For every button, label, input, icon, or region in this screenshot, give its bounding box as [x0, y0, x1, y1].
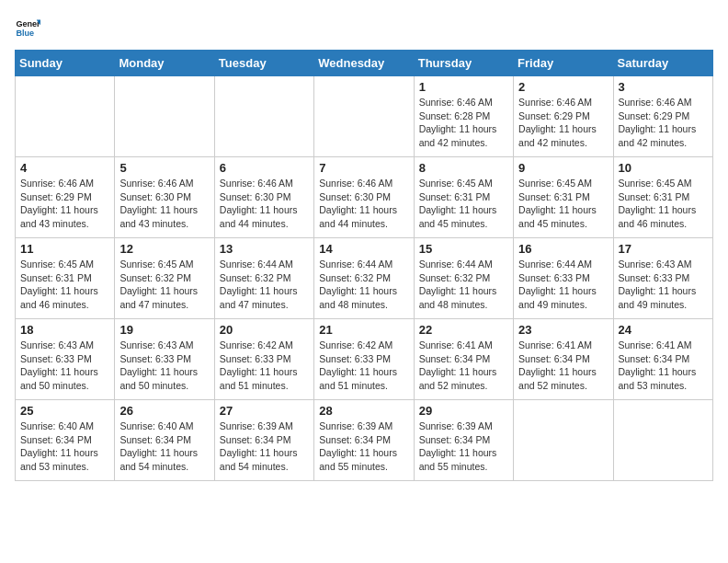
day-info: Sunrise: 6:39 AM Sunset: 6:34 PM Dayligh… — [319, 419, 408, 474]
day-number: 19 — [119, 323, 209, 337]
calendar-cell: 17Sunrise: 6:43 AM Sunset: 6:33 PM Dayli… — [613, 238, 712, 319]
calendar-cell: 2Sunrise: 6:46 AM Sunset: 6:29 PM Daylig… — [514, 76, 613, 157]
day-number: 11 — [20, 242, 109, 256]
day-number: 20 — [220, 323, 309, 337]
logo: General Blue — [15, 15, 44, 40]
calendar-cell: 12Sunrise: 6:45 AM Sunset: 6:32 PM Dayli… — [115, 238, 214, 319]
day-number: 24 — [619, 323, 708, 337]
page-header: General Blue — [15, 15, 713, 40]
day-info: Sunrise: 6:45 AM Sunset: 6:31 PM Dayligh… — [518, 177, 608, 231]
calendar-cell: 5Sunrise: 6:46 AM Sunset: 6:30 PM Daylig… — [115, 157, 214, 238]
calendar-table: SundayMondayTuesdayWednesdayThursdayFrid… — [15, 50, 713, 481]
day-number: 17 — [619, 242, 708, 256]
day-info: Sunrise: 6:46 AM Sunset: 6:29 PM Dayligh… — [619, 96, 708, 150]
day-number: 10 — [619, 161, 708, 175]
calendar-cell: 6Sunrise: 6:46 AM Sunset: 6:30 PM Daylig… — [214, 157, 313, 238]
day-info: Sunrise: 6:44 AM Sunset: 6:32 PM Dayligh… — [419, 258, 508, 312]
day-info: Sunrise: 6:44 AM Sunset: 6:32 PM Dayligh… — [319, 258, 408, 312]
calendar-cell: 19Sunrise: 6:43 AM Sunset: 6:33 PM Dayli… — [115, 319, 214, 400]
logo-icon: General Blue — [15, 15, 40, 40]
day-info: Sunrise: 6:40 AM Sunset: 6:34 PM Dayligh… — [119, 419, 209, 474]
calendar-cell: 24Sunrise: 6:41 AM Sunset: 6:34 PM Dayli… — [613, 319, 712, 400]
calendar-body: 1Sunrise: 6:46 AM Sunset: 6:28 PM Daylig… — [16, 76, 713, 481]
calendar-cell: 14Sunrise: 6:44 AM Sunset: 6:32 PM Dayli… — [314, 238, 414, 319]
calendar-cell: 16Sunrise: 6:44 AM Sunset: 6:33 PM Dayli… — [514, 238, 613, 319]
calendar-cell: 26Sunrise: 6:40 AM Sunset: 6:34 PM Dayli… — [115, 400, 214, 481]
day-info: Sunrise: 6:41 AM Sunset: 6:34 PM Dayligh… — [518, 339, 608, 393]
day-number: 28 — [319, 404, 408, 418]
day-number: 21 — [319, 323, 408, 337]
calendar-cell: 27Sunrise: 6:39 AM Sunset: 6:34 PM Dayli… — [214, 400, 313, 481]
day-info: Sunrise: 6:45 AM Sunset: 6:31 PM Dayligh… — [20, 258, 109, 312]
day-number: 1 — [419, 80, 508, 94]
day-info: Sunrise: 6:45 AM Sunset: 6:32 PM Dayligh… — [119, 258, 209, 312]
weekday-header-saturday: Saturday — [613, 51, 712, 76]
day-number: 16 — [518, 242, 608, 256]
day-number: 14 — [319, 242, 408, 256]
day-number: 6 — [220, 161, 309, 175]
day-info: Sunrise: 6:42 AM Sunset: 6:33 PM Dayligh… — [319, 339, 408, 393]
calendar-cell: 28Sunrise: 6:39 AM Sunset: 6:34 PM Dayli… — [314, 400, 414, 481]
day-number: 4 — [20, 161, 109, 175]
day-info: Sunrise: 6:46 AM Sunset: 6:30 PM Dayligh… — [119, 177, 209, 231]
calendar-cell: 18Sunrise: 6:43 AM Sunset: 6:33 PM Dayli… — [16, 319, 115, 400]
day-number: 23 — [518, 323, 608, 337]
weekday-header-tuesday: Tuesday — [214, 51, 313, 76]
day-number: 5 — [119, 161, 209, 175]
day-info: Sunrise: 6:39 AM Sunset: 6:34 PM Dayligh… — [419, 419, 508, 474]
calendar-cell: 10Sunrise: 6:45 AM Sunset: 6:31 PM Dayli… — [613, 157, 712, 238]
svg-text:General: General — [16, 19, 40, 29]
day-info: Sunrise: 6:44 AM Sunset: 6:32 PM Dayligh… — [220, 258, 309, 312]
calendar-cell — [115, 76, 214, 157]
calendar-cell: 20Sunrise: 6:42 AM Sunset: 6:33 PM Dayli… — [214, 319, 313, 400]
calendar-cell: 22Sunrise: 6:41 AM Sunset: 6:34 PM Dayli… — [414, 319, 513, 400]
day-info: Sunrise: 6:46 AM Sunset: 6:29 PM Dayligh… — [20, 177, 109, 231]
day-info: Sunrise: 6:46 AM Sunset: 6:28 PM Dayligh… — [419, 96, 508, 150]
weekday-header-sunday: Sunday — [16, 51, 115, 76]
day-info: Sunrise: 6:41 AM Sunset: 6:34 PM Dayligh… — [619, 339, 708, 393]
weekday-header-friday: Friday — [514, 51, 613, 76]
day-number: 12 — [119, 242, 209, 256]
calendar-cell: 21Sunrise: 6:42 AM Sunset: 6:33 PM Dayli… — [314, 319, 414, 400]
day-number: 8 — [419, 161, 508, 175]
calendar-cell: 8Sunrise: 6:45 AM Sunset: 6:31 PM Daylig… — [414, 157, 513, 238]
calendar-cell — [514, 400, 613, 481]
day-number: 13 — [220, 242, 309, 256]
calendar-cell: 11Sunrise: 6:45 AM Sunset: 6:31 PM Dayli… — [16, 238, 115, 319]
weekday-header-wednesday: Wednesday — [314, 51, 414, 76]
day-info: Sunrise: 6:39 AM Sunset: 6:34 PM Dayligh… — [220, 419, 309, 474]
day-info: Sunrise: 6:45 AM Sunset: 6:31 PM Dayligh… — [419, 177, 508, 231]
day-info: Sunrise: 6:44 AM Sunset: 6:33 PM Dayligh… — [518, 258, 608, 312]
calendar-cell: 1Sunrise: 6:46 AM Sunset: 6:28 PM Daylig… — [414, 76, 513, 157]
calendar-cell — [214, 76, 313, 157]
day-info: Sunrise: 6:41 AM Sunset: 6:34 PM Dayligh… — [419, 339, 508, 393]
weekday-header-thursday: Thursday — [414, 51, 513, 76]
day-number: 3 — [619, 80, 708, 94]
day-number: 9 — [518, 161, 608, 175]
day-number: 18 — [20, 323, 109, 337]
day-number: 29 — [419, 404, 508, 418]
day-number: 27 — [220, 404, 309, 418]
calendar-cell: 25Sunrise: 6:40 AM Sunset: 6:34 PM Dayli… — [16, 400, 115, 481]
calendar-cell — [314, 76, 414, 157]
weekday-header-monday: Monday — [115, 51, 214, 76]
calendar-cell: 9Sunrise: 6:45 AM Sunset: 6:31 PM Daylig… — [514, 157, 613, 238]
calendar-week-3: 11Sunrise: 6:45 AM Sunset: 6:31 PM Dayli… — [16, 238, 713, 319]
calendar-cell — [16, 76, 115, 157]
calendar-cell: 13Sunrise: 6:44 AM Sunset: 6:32 PM Dayli… — [214, 238, 313, 319]
weekday-header-row: SundayMondayTuesdayWednesdayThursdayFrid… — [16, 51, 713, 76]
calendar-cell: 3Sunrise: 6:46 AM Sunset: 6:29 PM Daylig… — [613, 76, 712, 157]
calendar-week-5: 25Sunrise: 6:40 AM Sunset: 6:34 PM Dayli… — [16, 400, 713, 481]
calendar-week-4: 18Sunrise: 6:43 AM Sunset: 6:33 PM Dayli… — [16, 319, 713, 400]
day-info: Sunrise: 6:45 AM Sunset: 6:31 PM Dayligh… — [619, 177, 708, 231]
calendar-cell: 4Sunrise: 6:46 AM Sunset: 6:29 PM Daylig… — [16, 157, 115, 238]
day-info: Sunrise: 6:43 AM Sunset: 6:33 PM Dayligh… — [20, 339, 109, 393]
calendar-header: SundayMondayTuesdayWednesdayThursdayFrid… — [16, 51, 713, 76]
day-info: Sunrise: 6:40 AM Sunset: 6:34 PM Dayligh… — [20, 419, 109, 474]
day-info: Sunrise: 6:46 AM Sunset: 6:30 PM Dayligh… — [220, 177, 309, 231]
day-info: Sunrise: 6:46 AM Sunset: 6:29 PM Dayligh… — [518, 96, 608, 150]
day-info: Sunrise: 6:43 AM Sunset: 6:33 PM Dayligh… — [619, 258, 708, 312]
day-number: 26 — [119, 404, 209, 418]
day-info: Sunrise: 6:43 AM Sunset: 6:33 PM Dayligh… — [119, 339, 209, 393]
calendar-cell: 7Sunrise: 6:46 AM Sunset: 6:30 PM Daylig… — [314, 157, 414, 238]
